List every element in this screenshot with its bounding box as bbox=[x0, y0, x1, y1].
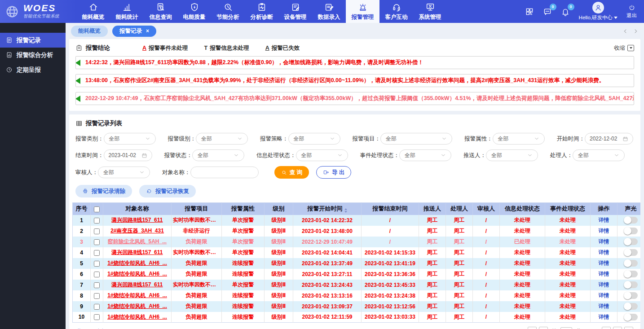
sound-light-toggle[interactable] bbox=[624, 217, 638, 224]
first-page-button[interactable] bbox=[528, 327, 537, 329]
filter-select[interactable]: 全部 bbox=[380, 133, 452, 145]
sound-light-toggle[interactable] bbox=[624, 292, 638, 299]
prev-page-button[interactable] bbox=[539, 327, 548, 329]
detail-link[interactable]: 详情 bbox=[599, 260, 609, 266]
object-name-link[interactable]: 潞兴回路Ⅱ线157_611 bbox=[112, 281, 163, 288]
row-checkbox[interactable] bbox=[94, 304, 100, 310]
nav-item-2[interactable]: 信息查询 bbox=[144, 0, 177, 23]
object-name-link[interactable]: 窑前除尘北风机_5AH_... bbox=[108, 238, 167, 245]
date-picker[interactable]: 2023-01-02 bbox=[104, 149, 152, 161]
sound-light-toggle[interactable] bbox=[624, 303, 638, 310]
conclusion-tab-2[interactable]: A报警已失效 bbox=[265, 44, 300, 52]
sound-light-toggle[interactable] bbox=[624, 260, 638, 267]
row-checkbox[interactable] bbox=[94, 218, 100, 224]
nav-item-0[interactable]: 能耗概览 bbox=[76, 0, 110, 23]
tabs-scroll-right-icon[interactable] bbox=[633, 28, 639, 34]
filter-select[interactable]: 全部 bbox=[399, 149, 451, 161]
sound-light-toggle[interactable] bbox=[624, 314, 638, 320]
object-name-input[interactable] bbox=[190, 167, 259, 178]
nav-item-10[interactable]: 系统管理 bbox=[413, 0, 447, 23]
nav-item-3[interactable]: 电能质量 bbox=[177, 0, 211, 23]
row-checkbox[interactable] bbox=[94, 272, 100, 277]
detail-link[interactable]: 详情 bbox=[599, 217, 609, 223]
next-page-button[interactable] bbox=[602, 327, 611, 329]
restore-records-button[interactable]: 报警记录恢复 bbox=[139, 185, 196, 197]
nav-item-6[interactable]: 设备管理 bbox=[278, 0, 312, 23]
sidebar-item-1[interactable]: 报警综合分析 bbox=[0, 48, 66, 62]
column-header-1[interactable] bbox=[91, 203, 103, 215]
filter-select[interactable]: 全部 bbox=[296, 149, 348, 161]
row-checkbox[interactable] bbox=[94, 314, 100, 320]
end-time: 2023-01-02 14:15:33 bbox=[362, 247, 419, 258]
sidebar-item-2[interactable]: 定期呈报 bbox=[0, 62, 66, 77]
detail-link[interactable]: 详情 bbox=[599, 303, 609, 309]
object-name-link[interactable]: 潞兴回路Ⅱ线157_611 bbox=[112, 249, 163, 255]
detail-link[interactable]: 详情 bbox=[599, 228, 609, 234]
row-checkbox[interactable] bbox=[94, 250, 100, 256]
detail-link[interactable]: 详情 bbox=[599, 238, 609, 245]
select-all-checkbox[interactable] bbox=[94, 206, 100, 212]
detail-link[interactable]: 详情 bbox=[599, 271, 609, 277]
object-name-link[interactable]: 1#烧结冷却风机_AH6_... bbox=[107, 271, 167, 277]
conclusion-tab-0[interactable]: A报警事件未处理 bbox=[142, 44, 188, 52]
nav-item-5[interactable]: 分析诊断 bbox=[245, 0, 278, 23]
nav-item-9[interactable]: 客户互动 bbox=[379, 0, 413, 23]
object-name-link[interactable]: 1#烧结冷却风机_AH6_... bbox=[107, 303, 167, 309]
tabs-scroll-left-icon[interactable] bbox=[622, 28, 628, 34]
filter-select[interactable]: 全部 bbox=[196, 133, 248, 145]
nav-item-4[interactable]: 节能分析 bbox=[211, 0, 245, 23]
search-button[interactable]: 查 询 bbox=[274, 166, 309, 179]
nav-item-7[interactable]: 数据录入 bbox=[312, 0, 346, 23]
qr-code-icon[interactable] bbox=[525, 7, 534, 16]
start-time: 2023-01-02 13:27:11 bbox=[293, 269, 362, 280]
detail-link[interactable]: 详情 bbox=[599, 314, 609, 320]
sound-light-toggle[interactable] bbox=[624, 238, 638, 245]
object-name-link[interactable]: 1#烧结冷却风机_AH6_... bbox=[107, 314, 167, 320]
messages-icon[interactable]: 0 bbox=[543, 7, 552, 16]
sidebar-item-0[interactable]: 报警记录 bbox=[0, 33, 66, 48]
detail-link[interactable]: 详情 bbox=[599, 249, 609, 255]
row-checkbox[interactable] bbox=[94, 228, 100, 234]
collapse-control[interactable]: 收缩 bbox=[614, 44, 634, 52]
sound-light-toggle[interactable] bbox=[624, 281, 638, 288]
object-name-link[interactable]: 1#烧结冷却风机_AH6_... bbox=[107, 260, 167, 266]
row-checkbox[interactable] bbox=[94, 239, 100, 245]
nav-item-1[interactable]: 能耗统计 bbox=[110, 0, 144, 23]
column-header-6[interactable]: 报警开始时间 bbox=[293, 203, 362, 215]
open-tab-0[interactable]: 能耗概览 bbox=[71, 26, 108, 37]
notifications-icon[interactable]: 0 bbox=[561, 7, 570, 16]
sound-light-toggle[interactable] bbox=[624, 228, 638, 234]
sound-light-toggle[interactable] bbox=[624, 249, 638, 256]
user-menu[interactable]: Hello,研发中心 bbox=[579, 2, 618, 21]
detail-link[interactable]: 详情 bbox=[599, 281, 609, 288]
filter-select[interactable]: 全部 bbox=[98, 167, 150, 178]
filter-select[interactable]: 全部 bbox=[104, 133, 156, 145]
row-checkbox[interactable] bbox=[94, 261, 100, 267]
object-name-link[interactable]: 2#南变压器_3AH_431 bbox=[110, 228, 164, 234]
page-total: 共 114 页 bbox=[576, 328, 598, 329]
object-name-link[interactable]: 1#烧结冷却风机_AH6_... bbox=[107, 292, 167, 298]
filter-select[interactable]: 全部 bbox=[486, 149, 538, 161]
date-picker[interactable]: 2022-12-02 bbox=[585, 133, 633, 145]
close-icon[interactable]: × bbox=[146, 28, 149, 34]
alarm-records-table: 序号对象名称报警项目报警属性级别报警开始时间报警结束时间推送人处理人审核人信息处… bbox=[72, 202, 640, 323]
page-number-input[interactable] bbox=[560, 327, 572, 329]
filter-select[interactable]: 全部 bbox=[573, 149, 625, 161]
object-name-link[interactable]: 潞兴回路Ⅱ线157_611 bbox=[112, 217, 163, 223]
logout-button[interactable]: 退出 bbox=[626, 4, 637, 19]
row-checkbox[interactable] bbox=[94, 282, 100, 288]
refresh-button[interactable] bbox=[624, 327, 633, 329]
open-tab-1[interactable]: 报警记录× bbox=[112, 26, 156, 37]
clear-records-button[interactable]: 报警记录清除 bbox=[75, 185, 132, 197]
filter-select[interactable]: 全部 bbox=[192, 149, 244, 161]
nav-item-8[interactable]: 报警管理 bbox=[346, 0, 379, 23]
export-button[interactable]: 导 出 bbox=[316, 166, 351, 179]
filter-select[interactable]: 全部 bbox=[288, 133, 340, 145]
sound-light-toggle[interactable] bbox=[624, 271, 638, 277]
row-checkbox[interactable] bbox=[94, 293, 100, 299]
detail-link[interactable]: 详情 bbox=[599, 292, 609, 298]
table-row: 91#烧结冷却风机_AH6_...负荷超限连续报警级别Ⅱ2023-01-02 1… bbox=[73, 301, 641, 312]
last-page-button[interactable] bbox=[613, 327, 622, 329]
filter-select[interactable]: 全部 bbox=[493, 133, 545, 145]
conclusion-tab-1[interactable]: T报警信息未处理 bbox=[204, 44, 249, 52]
